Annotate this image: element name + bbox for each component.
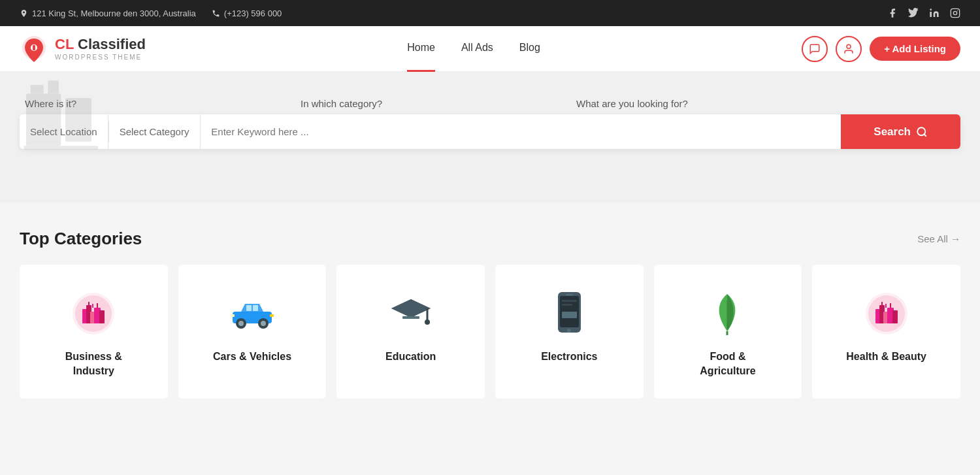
- address: 121 King St, Melbourne den 3000, Austral…: [20, 8, 196, 18]
- search-labels: Where is it? In which category? What are…: [20, 98, 960, 109]
- topbar-contact: 121 King St, Melbourne den 3000, Austral…: [20, 8, 282, 18]
- svg-point-45: [567, 329, 571, 333]
- category-food[interactable]: Food &Agriculture: [654, 265, 802, 399]
- svg-point-3: [957, 10, 958, 11]
- chat-button[interactable]: [802, 36, 828, 62]
- topbar: 121 King St, Melbourne den 3000, Austral…: [0, 0, 980, 26]
- categories-section: Top Categories See All →: [0, 203, 980, 418]
- twitter-link[interactable]: [908, 8, 919, 18]
- svg-rect-34: [270, 314, 274, 317]
- svg-point-32: [261, 321, 266, 326]
- category-electronics-label: Electronics: [541, 350, 597, 364]
- hero-section: Where is it? In which category? What are…: [0, 72, 980, 203]
- category-cars-label: Cars & Vehicles: [213, 350, 291, 364]
- category-electronics[interactable]: Electronics: [495, 265, 644, 399]
- category-cars[interactable]: Cars & Vehicles: [178, 265, 327, 399]
- svg-rect-55: [892, 310, 898, 323]
- main-nav: Home All Ads Blog: [407, 42, 540, 56]
- search-bar: Select Location Select Category Search: [20, 114, 960, 149]
- category-education[interactable]: Education: [336, 265, 485, 399]
- category-business-label: Business &Industry: [65, 350, 122, 379]
- car-icon: [229, 291, 275, 336]
- see-all-link[interactable]: See All →: [917, 233, 960, 244]
- svg-marker-36: [391, 299, 431, 318]
- category-label: In which category?: [298, 98, 574, 109]
- svg-rect-22: [99, 310, 105, 323]
- category-education-label: Education: [385, 350, 436, 364]
- nav-blog[interactable]: Blog: [519, 42, 540, 56]
- svg-point-8: [847, 44, 851, 48]
- header-actions: + Add Listing: [802, 36, 960, 62]
- where-label: Where is it?: [22, 98, 298, 109]
- education-icon: [388, 291, 434, 336]
- food-icon: [705, 291, 751, 336]
- logo-text: CL Classified WORDPRESS THEME: [55, 36, 146, 61]
- svg-point-14: [917, 127, 925, 135]
- categories-header: Top Categories See All →: [20, 229, 960, 249]
- svg-point-30: [238, 321, 244, 326]
- search-button[interactable]: Search: [841, 114, 960, 149]
- svg-rect-11: [48, 80, 59, 93]
- category-select[interactable]: Select Category: [109, 114, 201, 149]
- category-business[interactable]: Business &Industry: [20, 265, 168, 399]
- health-icon: [864, 291, 909, 336]
- svg-rect-46: [566, 294, 573, 295]
- logo-icon: [20, 35, 48, 63]
- social-links[interactable]: [887, 8, 960, 18]
- electronics-icon: [546, 291, 592, 336]
- phone: (+123) 596 000: [212, 8, 282, 18]
- svg-rect-1: [951, 8, 959, 17]
- nav-all-ads[interactable]: All Ads: [461, 42, 493, 56]
- svg-point-38: [425, 319, 430, 325]
- svg-point-2: [953, 11, 956, 14]
- keyword-input[interactable]: [201, 114, 841, 149]
- categories-grid: Business &Industry: [20, 265, 960, 399]
- category-health-label: Health & Beauty: [846, 350, 926, 364]
- svg-rect-44: [562, 312, 577, 318]
- svg-line-15: [924, 134, 926, 136]
- svg-rect-33: [231, 314, 235, 317]
- header: CL Classified WORDPRESS THEME Home All A…: [0, 26, 980, 72]
- svg-rect-39: [402, 316, 419, 319]
- svg-rect-43: [562, 304, 572, 306]
- svg-rect-42: [562, 300, 577, 302]
- svg-point-0: [930, 8, 932, 10]
- instagram-link[interactable]: [950, 8, 960, 18]
- facebook-link[interactable]: [887, 8, 898, 18]
- categories-title: Top Categories: [20, 229, 142, 249]
- linkedin-link[interactable]: [929, 8, 939, 18]
- logo[interactable]: CL Classified WORDPRESS THEME: [20, 35, 146, 63]
- category-health[interactable]: Health & Beauty: [812, 265, 960, 399]
- user-button[interactable]: [836, 36, 862, 62]
- category-food-label: Food &Agriculture: [700, 350, 755, 379]
- location-select[interactable]: Select Location: [20, 114, 108, 149]
- svg-rect-10: [31, 85, 44, 93]
- svg-rect-7: [33, 45, 35, 50]
- keyword-label: What are you looking for?: [574, 98, 849, 109]
- search-icon: [916, 126, 928, 138]
- business-icon: [71, 291, 116, 336]
- svg-rect-28: [253, 305, 258, 311]
- svg-rect-27: [246, 305, 252, 311]
- add-listing-button[interactable]: + Add Listing: [870, 37, 960, 61]
- nav-home[interactable]: Home: [407, 42, 435, 56]
